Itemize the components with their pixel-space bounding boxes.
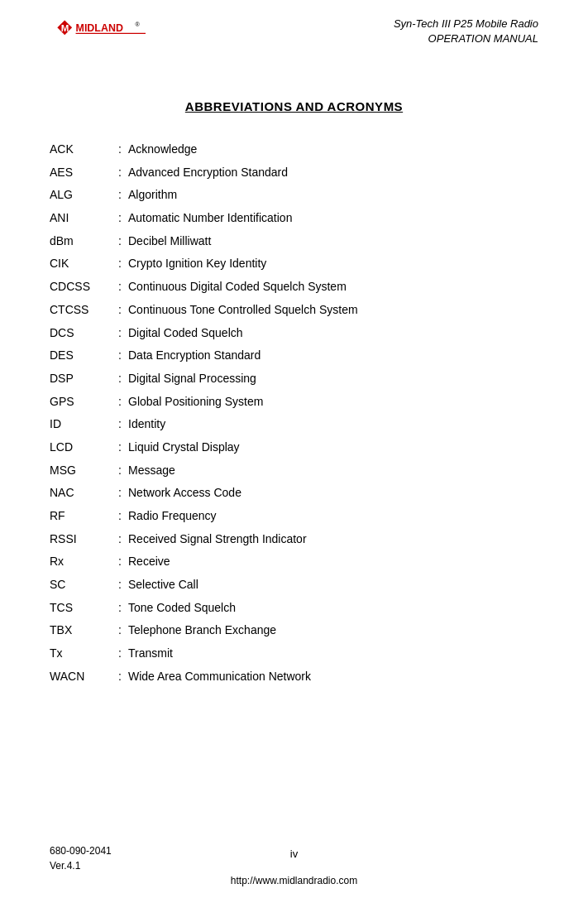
header: M MIDLAND ® Syn-Tech III P25 Mobile Radi… bbox=[50, 17, 538, 58]
colon-cell: : bbox=[112, 574, 128, 597]
abbreviation-cell: ACK bbox=[50, 138, 112, 161]
table-row: CTCSS:Continuous Tone Controlled Squelch… bbox=[50, 299, 538, 322]
table-row: MSG:Message bbox=[50, 459, 538, 483]
colon-cell: : bbox=[112, 505, 128, 528]
table-row: GPS:Global Positioning System bbox=[50, 391, 538, 414]
colon-cell: : bbox=[112, 299, 128, 322]
colon-cell: : bbox=[112, 413, 128, 436]
abbreviation-cell: LCD bbox=[50, 436, 112, 459]
definition-cell: Radio Frequency bbox=[128, 505, 538, 528]
definition-cell: Algorithm bbox=[128, 184, 538, 207]
svg-text:MIDLAND: MIDLAND bbox=[76, 22, 123, 34]
table-row: ID:Identity bbox=[50, 413, 538, 436]
colon-cell: : bbox=[112, 436, 128, 459]
definition-cell: Wide Area Communication Network bbox=[128, 665, 538, 689]
table-row: DCS:Digital Coded Squelch bbox=[50, 322, 538, 345]
abbreviation-cell: SC bbox=[50, 574, 112, 597]
definition-cell: Automatic Number Identification bbox=[128, 207, 538, 230]
definition-cell: Network Access Code bbox=[128, 482, 538, 505]
table-row: DSP:Digital Signal Processing bbox=[50, 367, 538, 391]
table-row: NAC:Network Access Code bbox=[50, 482, 538, 505]
abbreviation-cell: Rx bbox=[50, 550, 112, 574]
definition-cell: Continuous Digital Coded Squelch System bbox=[128, 276, 538, 299]
footer: 680-090-2041 Ver.4.1 iv http://www.midla… bbox=[0, 843, 588, 886]
abbreviation-cell: MSG bbox=[50, 459, 112, 483]
colon-cell: : bbox=[112, 391, 128, 414]
definition-cell: Digital Signal Processing bbox=[128, 367, 538, 391]
doc-number: 680-090-2041 bbox=[50, 843, 112, 858]
footer-inner: 680-090-2041 Ver.4.1 iv bbox=[0, 843, 588, 873]
table-row: DES:Data Encryption Standard bbox=[50, 344, 538, 367]
colon-cell: : bbox=[112, 138, 128, 161]
product-name-line2: OPERATION MANUAL bbox=[394, 31, 538, 46]
abbreviation-cell: ANI bbox=[50, 207, 112, 230]
page-title: ABBREVIATIONS AND ACRONYMS bbox=[50, 99, 538, 113]
abbreviation-cell: Tx bbox=[50, 642, 112, 665]
midland-logo: M MIDLAND ® bbox=[50, 17, 149, 50]
definition-cell: Telephone Branch Exchange bbox=[128, 619, 538, 642]
abbreviation-cell: WACN bbox=[50, 665, 112, 689]
abbreviation-cell: RF bbox=[50, 505, 112, 528]
abbreviation-cell: NAC bbox=[50, 482, 112, 505]
page-number: iv bbox=[290, 848, 298, 860]
definition-cell: Received Signal Strength Indicator bbox=[128, 528, 538, 551]
abbreviation-cell: CIK bbox=[50, 252, 112, 276]
svg-text:M: M bbox=[61, 23, 69, 33]
abbreviations-table: ACK:AcknowledgeAES:Advanced Encryption S… bbox=[50, 138, 538, 689]
version: Ver.4.1 bbox=[50, 858, 112, 873]
abbreviation-cell: RSSI bbox=[50, 528, 112, 551]
page: M MIDLAND ® Syn-Tech III P25 Mobile Radi… bbox=[0, 0, 588, 903]
colon-cell: : bbox=[112, 184, 128, 207]
abbreviation-cell: DES bbox=[50, 344, 112, 367]
abbreviation-cell: CDCSS bbox=[50, 276, 112, 299]
definition-cell: Identity bbox=[128, 413, 538, 436]
colon-cell: : bbox=[112, 528, 128, 551]
footer-doc-info: 680-090-2041 Ver.4.1 bbox=[50, 843, 112, 873]
table-row: CIK:Crypto Ignition Key Identity bbox=[50, 252, 538, 276]
abbreviation-cell: ALG bbox=[50, 184, 112, 207]
abbreviation-cell: DSP bbox=[50, 367, 112, 391]
footer-url: http://www.midlandradio.com bbox=[181, 875, 407, 886]
definition-cell: Tone Coded Squelch bbox=[128, 597, 538, 620]
definition-cell: Message bbox=[128, 459, 538, 483]
definition-cell: Liquid Crystal Display bbox=[128, 436, 538, 459]
table-row: CDCSS:Continuous Digital Coded Squelch S… bbox=[50, 276, 538, 299]
table-row: ALG:Algorithm bbox=[50, 184, 538, 207]
table-row: Rx:Receive bbox=[50, 550, 538, 574]
table-row: Tx:Transmit bbox=[50, 642, 538, 665]
definition-cell: Transmit bbox=[128, 642, 538, 665]
definition-cell: Digital Coded Squelch bbox=[128, 322, 538, 345]
colon-cell: : bbox=[112, 230, 128, 253]
abbreviation-cell: dBm bbox=[50, 230, 112, 253]
definition-cell: Data Encryption Standard bbox=[128, 344, 538, 367]
colon-cell: : bbox=[112, 550, 128, 574]
colon-cell: : bbox=[112, 344, 128, 367]
table-row: RSSI:Received Signal Strength Indicator bbox=[50, 528, 538, 551]
table-row: TCS:Tone Coded Squelch bbox=[50, 597, 538, 620]
colon-cell: : bbox=[112, 642, 128, 665]
definition-cell: Receive bbox=[128, 550, 538, 574]
table-row: dBm:Decibel Milliwatt bbox=[50, 230, 538, 253]
definition-cell: Acknowledge bbox=[128, 138, 538, 161]
colon-cell: : bbox=[112, 161, 128, 185]
table-row: TBX:Telephone Branch Exchange bbox=[50, 619, 538, 642]
table-row: RF:Radio Frequency bbox=[50, 505, 538, 528]
logo-area: M MIDLAND ® bbox=[50, 17, 149, 50]
colon-cell: : bbox=[112, 252, 128, 276]
abbreviation-cell: DCS bbox=[50, 322, 112, 345]
table-row: SC:Selective Call bbox=[50, 574, 538, 597]
colon-cell: : bbox=[112, 459, 128, 483]
definition-cell: Decibel Milliwatt bbox=[128, 230, 538, 253]
table-row: AES:Advanced Encryption Standard bbox=[50, 161, 538, 185]
definition-cell: Crypto Ignition Key Identity bbox=[128, 252, 538, 276]
definition-cell: Global Positioning System bbox=[128, 391, 538, 414]
product-name-line1: Syn-Tech III P25 Mobile Radio bbox=[394, 17, 538, 31]
colon-cell: : bbox=[112, 665, 128, 689]
colon-cell: : bbox=[112, 207, 128, 230]
colon-cell: : bbox=[112, 322, 128, 345]
abbreviation-cell: ID bbox=[50, 413, 112, 436]
table-row: ANI:Automatic Number Identification bbox=[50, 207, 538, 230]
table-row: WACN:Wide Area Communication Network bbox=[50, 665, 538, 689]
definition-cell: Selective Call bbox=[128, 574, 538, 597]
header-text: Syn-Tech III P25 Mobile Radio OPERATION … bbox=[394, 17, 538, 46]
